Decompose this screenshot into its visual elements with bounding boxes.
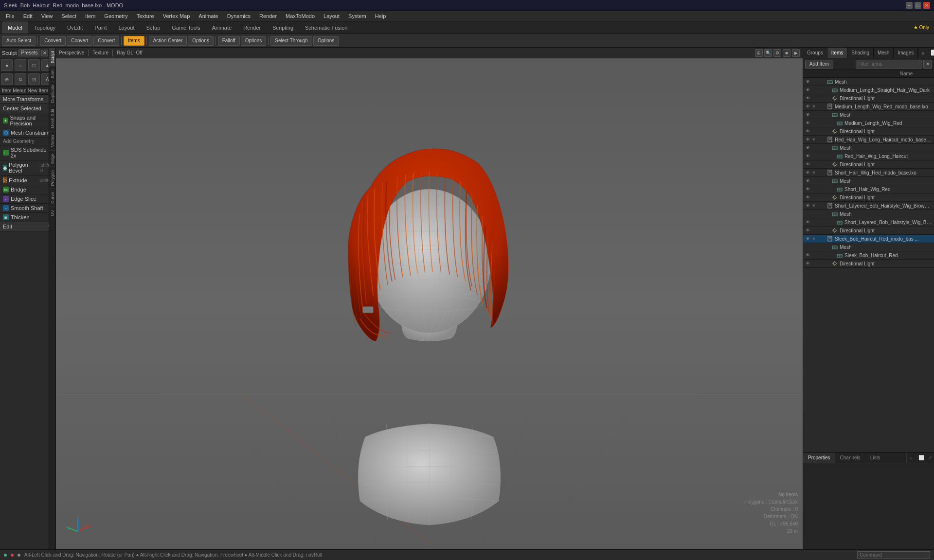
viewport-canvas[interactable]: X Y Z No Items Polygons : Catmull-Clark … [56, 58, 803, 549]
tool-icon-move[interactable]: ⊕ [1, 73, 13, 85]
tree-expand-arrow[interactable]: ▼ [811, 137, 817, 142]
command-input[interactable] [857, 551, 930, 559]
tree-eye-icon[interactable]: 👁 [804, 111, 811, 118]
right-tab-plus[interactable]: ≡ [918, 48, 927, 58]
center-selected-section[interactable]: Center Selected ▼ [0, 104, 55, 113]
tree-item[interactable]: 👁▼Medium_Length_Wig_Red_modo_base.lxo [803, 103, 934, 111]
tree-item[interactable]: 👁▼Sleek_Bob_Haircut_Red_modo_bas ... [803, 235, 934, 243]
viewport-icon-5[interactable]: ▶ [792, 49, 800, 57]
tree-item[interactable]: 👁Mesh [803, 177, 934, 185]
convert-button-3[interactable]: Convert [93, 36, 119, 46]
tree-eye-icon[interactable]: 👁 [804, 194, 811, 201]
more-transforms-section[interactable]: More Transforms ▼ [0, 95, 55, 104]
tool-icon-ring[interactable]: ○ [15, 59, 26, 71]
tree-item[interactable]: Mesh [803, 210, 934, 218]
main-tab-schematic-fusion[interactable]: Schematic Fusion [299, 21, 353, 34]
options-button-3[interactable]: Options [313, 36, 339, 46]
tree-eye-icon[interactable]: 👁 [804, 169, 811, 176]
main-tab-paint[interactable]: Paint [89, 21, 112, 34]
side-tab-vertex[interactable]: Vertex [49, 131, 55, 150]
tree-item[interactable]: Mesh [803, 243, 934, 251]
add-item-button[interactable]: Add Item [805, 60, 833, 69]
tree-eye-icon[interactable]: 👁 [804, 78, 811, 85]
rb-icon-1[interactable]: ⬜ [917, 454, 925, 462]
sds-subdivide-btn[interactable]: □ SDS Subdivide 2x [0, 145, 55, 160]
menu-item-item[interactable]: Item [81, 12, 99, 20]
tool-icon-scale[interactable]: ⊡ [28, 73, 40, 85]
main-tab-game-tools[interactable]: Game Tools [166, 21, 206, 34]
side-tab-duplicate[interactable]: Duplicate [49, 81, 55, 106]
menu-item-render[interactable]: Render [255, 12, 281, 20]
tool-icon-rotate[interactable]: ↻ [15, 73, 26, 85]
tree-eye-icon[interactable]: 👁 [804, 202, 811, 209]
main-tab-uvedit[interactable]: UvEdit [61, 21, 89, 34]
rb-tab-lists[interactable]: Lists [865, 453, 885, 463]
tree-expand-arrow[interactable]: ▼ [811, 236, 817, 241]
tree-item[interactable]: 👁Medium_Length_Wig_Red [803, 119, 934, 127]
side-tab-sculpt[interactable]: Sculpt [49, 48, 55, 66]
viewport[interactable]: Perspective Texture Ray GL: Off ⊞ 🔍 ⚙ ■ … [56, 48, 803, 549]
tree-item[interactable]: 👁Mesh [803, 111, 934, 119]
rb-tab-plus[interactable]: + [906, 453, 916, 463]
convert-button-1[interactable]: Convert [40, 36, 66, 46]
maximize-button[interactable]: □ [915, 2, 921, 9]
tree-item[interactable]: 👁Red_Hair_Wig_Long_Haircut [803, 152, 934, 160]
viewport-icon-3[interactable]: ⚙ [773, 49, 781, 57]
tree-item[interactable]: 👁Short_Hair_Wig_Red [803, 185, 934, 193]
tree-item[interactable]: 👁▼Red_Hair_Wig_Long_Haircut_modo_base.lx… [803, 136, 934, 144]
viewport-icon-1[interactable]: ⊞ [755, 49, 763, 57]
options-button-1[interactable]: Options [188, 36, 213, 46]
options-button-2[interactable]: Options [241, 36, 266, 46]
tree-eye-icon[interactable]: 👁 [804, 177, 811, 184]
convert-button-2[interactable]: Convert [67, 36, 92, 46]
main-tab-topology[interactable]: Topology [28, 21, 61, 34]
rb-tab-channels[interactable]: Channels [835, 453, 865, 463]
texture-label[interactable]: Texture [92, 50, 108, 55]
tree-eye-icon[interactable]: 👁 [804, 144, 811, 151]
edit-dropdown[interactable]: Edit ▼ [0, 222, 55, 231]
menu-item-vertex map[interactable]: Vertex Map [159, 12, 194, 20]
tree-eye-icon[interactable]: 👁 [804, 260, 811, 267]
tree-eye-icon[interactable]: 👁 [804, 219, 811, 226]
side-tab-meshedit[interactable]: Mesh Edit [49, 105, 55, 131]
tree-eye-icon[interactable]: 👁 [804, 252, 811, 259]
tree-expand-arrow[interactable]: ▼ [811, 104, 817, 109]
tree-eye-icon[interactable]: 👁 [804, 153, 811, 159]
bridge-btn[interactable]: ⋈ Bridge [0, 185, 55, 194]
tree-eye-icon[interactable]: 👁 [804, 95, 811, 102]
main-tab-render[interactable]: Render [237, 21, 267, 34]
viewport-icon-2[interactable]: 🔍 [764, 49, 772, 57]
menu-item-texture[interactable]: Texture [133, 12, 158, 20]
presets-button[interactable]: Presets [18, 49, 41, 56]
side-tab-edge[interactable]: Edge [49, 150, 55, 167]
tree-item[interactable]: 👁Directional Light [803, 227, 934, 235]
menu-item-maxtomodo[interactable]: MaxToModo [282, 12, 319, 20]
polygon-bevel-btn[interactable]: ◆ Polygon Bevel Shift-B [0, 160, 55, 175]
main-tab-layout[interactable]: Layout [113, 21, 141, 34]
tree-item[interactable]: 👁Mesh [803, 144, 934, 152]
tree-eye-icon[interactable]: 👁 [804, 87, 811, 93]
main-tab-scripting[interactable]: Scripting [267, 21, 299, 34]
filter-icon[interactable]: ✕ [923, 60, 932, 69]
menu-item-dynamics[interactable]: Dynamics [223, 12, 254, 20]
menu-item-file[interactable]: File [2, 12, 18, 20]
tree-item[interactable]: 👁▼Short_Layered_Bob_Hairstyle_Wig_Brown … [803, 202, 934, 210]
perspective-label[interactable]: Perspective [59, 50, 84, 55]
rb-tab-properties[interactable]: Properties [803, 453, 835, 463]
action-center-button[interactable]: Action Center [149, 36, 187, 46]
right-tab-items[interactable]: Items [827, 48, 847, 58]
rb-icon-2[interactable]: ⤢ [926, 454, 934, 462]
items-button[interactable]: Items [124, 36, 144, 46]
side-tab-item[interactable]: Item [49, 66, 55, 81]
main-tab-setup[interactable]: Setup [141, 21, 166, 34]
tree-eye-icon[interactable]: 👁 [804, 227, 811, 234]
tree-item[interactable]: 👁Directional Light [803, 160, 934, 169]
thicken-btn[interactable]: ▣ Thicken [0, 213, 55, 222]
tree-eye-icon[interactable]: 👁 [804, 120, 811, 126]
tree-item[interactable]: 👁Short_Layered_Bob_Hairstyle_Wig_Brown .… [803, 218, 934, 227]
menu-item-view[interactable]: View [37, 12, 57, 20]
select-through-button[interactable]: Select Through [270, 36, 312, 46]
side-tab-polygon[interactable]: Polygon [49, 167, 55, 189]
tree-item[interactable]: 👁Directional Light [803, 260, 934, 268]
auto-select-button[interactable]: Auto Select [2, 36, 36, 46]
